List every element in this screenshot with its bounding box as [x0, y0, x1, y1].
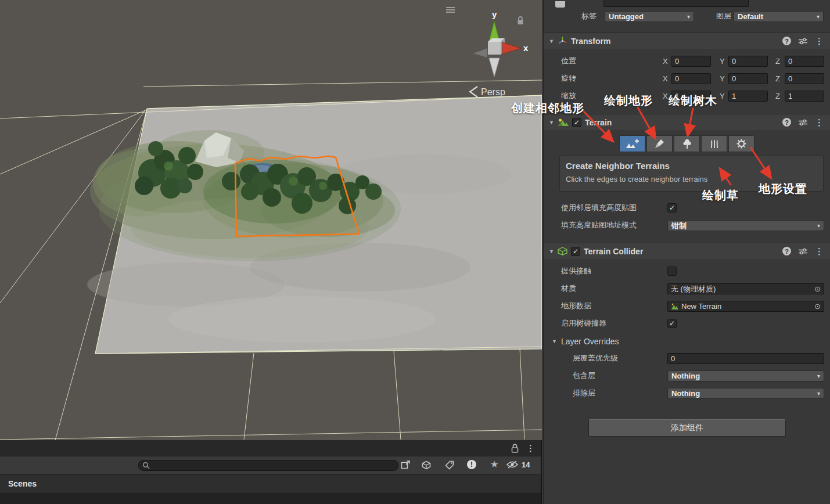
exclude-layers-row: 排除层 Nothing▾ — [544, 387, 830, 399]
help-icon[interactable]: ? — [782, 118, 791, 127]
lock-icon[interactable] — [511, 444, 519, 453]
rotation-z-field[interactable]: 0 — [785, 73, 824, 84]
exclude-layers-dropdown[interactable]: Nothing▾ — [667, 388, 824, 399]
folder-row[interactable]: Scenes — [0, 474, 541, 492]
project-header[interactable]: ⋮ — [0, 440, 541, 456]
terrain-data-row: 地形数据 New Terrain ⊙ — [544, 300, 830, 312]
help-icon[interactable]: ? — [782, 37, 791, 45]
axis-y-label: Y — [720, 74, 725, 83]
terrain-asset-icon — [671, 303, 678, 310]
scale-x-field[interactable]: 1 — [671, 91, 711, 102]
help-icon[interactable]: ? — [782, 247, 791, 255]
package-icon[interactable] — [422, 460, 431, 470]
terrain-header[interactable]: ▼ ✓ Terrain ? ⋮ — [544, 114, 830, 130]
foldout-icon[interactable]: ▼ — [549, 249, 554, 254]
neighbor-terrain-icon — [626, 139, 639, 149]
priority-label: 层覆盖优先级 — [573, 353, 618, 363]
axis-x-label: X — [663, 74, 668, 83]
axis-z-label: Z — [775, 74, 780, 83]
star-icon[interactable]: ★ — [490, 459, 498, 470]
terrain-settings-button[interactable] — [728, 135, 754, 152]
priority-field[interactable]: 0 — [667, 353, 824, 364]
position-z-field[interactable]: 0 — [785, 56, 824, 67]
terrain-collider-header[interactable]: ▼ ✓ Terrain Collider ? ⋮ — [544, 243, 830, 259]
fill-heightmap-label: 使用邻居填充高度贴图 — [561, 203, 637, 213]
open-external-icon[interactable] — [401, 460, 411, 470]
label-icon[interactable] — [445, 460, 454, 470]
rotation-row: 旋转 X 0 Y 0 Z 0 — [544, 72, 830, 85]
check-icon: ✓ — [574, 118, 580, 127]
name-field[interactable] — [603, 0, 749, 7]
component-enabled-checkbox[interactable]: ✓ — [572, 118, 581, 127]
foldout-icon[interactable]: ▼ — [552, 339, 557, 344]
material-object-field[interactable]: 无 (物理材质) ⊙ — [667, 283, 824, 294]
check-icon: ✓ — [669, 319, 675, 327]
layer-overrides-foldout[interactable]: ▼ Layer Overrides — [544, 335, 830, 348]
provides-contacts-row: 提供接触 — [544, 265, 830, 278]
priority-row: 层覆盖优先级 0 — [544, 352, 830, 365]
scene-render: y x Persp — [0, 0, 542, 440]
address-mode-dropdown[interactable]: 钳制▾ — [667, 220, 824, 231]
axis-x-label: X — [663, 57, 668, 66]
gear-icon — [736, 139, 746, 149]
hidden-count: 14 — [522, 460, 530, 469]
foldout-icon[interactable]: ▼ — [549, 120, 554, 125]
kebab-icon[interactable]: ⋮ — [526, 444, 535, 452]
foldout-icon[interactable]: ▼ — [549, 38, 554, 44]
presets-icon[interactable] — [799, 248, 807, 255]
transform-header[interactable]: ▼ Transform ? ⋮ — [544, 33, 830, 49]
project-content[interactable] — [0, 492, 541, 504]
kebab-icon[interactable]: ⋮ — [815, 37, 824, 45]
include-layers-dropdown[interactable]: Nothing▾ — [667, 370, 824, 381]
component-enabled-checkbox[interactable]: ✓ — [571, 247, 580, 256]
layer-dropdown[interactable]: Default▾ — [734, 11, 824, 22]
caret-icon: ▾ — [817, 12, 820, 21]
eye-off-icon[interactable] — [506, 460, 518, 469]
position-x-field[interactable]: 0 — [671, 56, 711, 67]
axis-y-label: y — [492, 9, 497, 19]
position-label: 位置 — [561, 56, 576, 66]
axis-y-label: Y — [720, 57, 725, 66]
kebab-icon[interactable]: ⋮ — [815, 118, 824, 127]
create-neighbor-terrains-button[interactable] — [619, 135, 645, 152]
address-mode-row: 填充高度贴图地址模式 钳制▾ — [544, 219, 830, 232]
folder-name: Scenes — [8, 479, 37, 488]
terrain-collider-icon — [558, 247, 567, 255]
position-y-field[interactable]: 0 — [728, 56, 768, 67]
address-mode-label: 填充高度贴图地址模式 — [561, 220, 637, 231]
object-picker-icon[interactable]: ⊙ — [814, 284, 821, 294]
paint-trees-button[interactable] — [674, 135, 700, 152]
object-picker-icon[interactable]: ⊙ — [814, 301, 821, 311]
menu-handle-icon[interactable] — [446, 7, 455, 13]
tag-dropdown[interactable]: Untagged▾ — [605, 11, 694, 22]
fill-heightmap-checkbox[interactable]: ✓ — [667, 203, 677, 213]
layer-overrides-title: Layer Overrides — [561, 337, 619, 346]
terrain-data-label: 地形数据 — [561, 301, 591, 311]
scale-y-field[interactable]: 1 — [728, 91, 768, 102]
tree-colliders-checkbox[interactable]: ✓ — [667, 319, 677, 328]
scale-z-field[interactable]: 1 — [785, 91, 824, 102]
gameobject-icon — [555, 1, 565, 8]
axis-y-label: Y — [720, 92, 725, 100]
check-icon: ✓ — [669, 204, 675, 212]
terrain-toolbar — [544, 135, 830, 152]
kebab-icon[interactable]: ⋮ — [815, 247, 824, 255]
position-row: 位置 X 0 Y 0 Z 0 — [544, 55, 830, 67]
terrain-data-object-field[interactable]: New Terrain ⊙ — [667, 301, 824, 312]
grass-icon — [709, 139, 720, 149]
alert-icon[interactable]: ! — [467, 460, 476, 469]
scene-viewport[interactable]: y x Persp — [0, 0, 542, 440]
add-component-button[interactable]: 添加组件 — [588, 419, 786, 437]
caret-icon: ▾ — [817, 371, 820, 381]
presets-icon[interactable] — [799, 119, 807, 126]
search-input[interactable] — [138, 460, 398, 471]
rotation-x-field[interactable]: 0 — [671, 73, 711, 84]
caret-icon: ▾ — [687, 12, 690, 21]
provides-contacts-checkbox[interactable] — [667, 267, 677, 276]
rotation-y-field[interactable]: 0 — [728, 73, 768, 84]
paint-terrain-button[interactable] — [646, 135, 673, 152]
paint-details-button[interactable] — [701, 135, 727, 152]
scale-row: 缩放 X 1 Y 1 Z 1 — [544, 89, 830, 102]
presets-icon[interactable] — [799, 38, 807, 45]
caret-icon: ▾ — [817, 221, 820, 231]
